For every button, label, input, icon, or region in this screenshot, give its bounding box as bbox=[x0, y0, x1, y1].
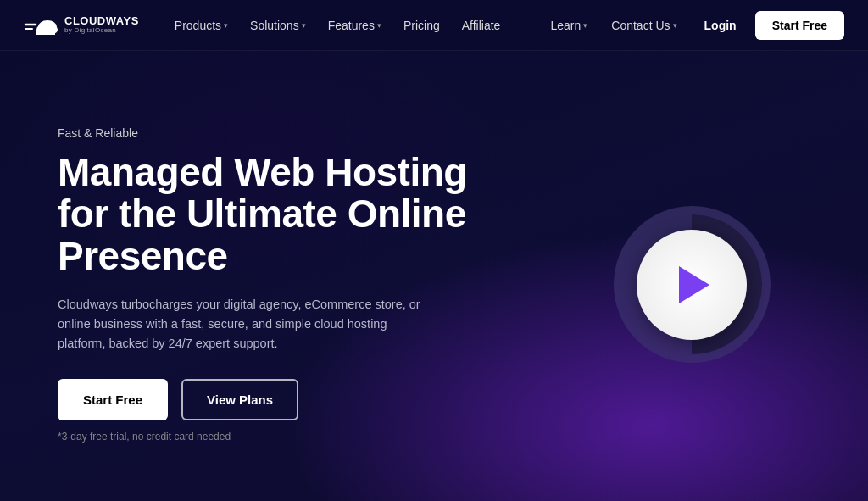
hero-buttons: Start Free View Plans bbox=[58, 379, 498, 420]
chevron-down-icon: ▾ bbox=[302, 21, 306, 30]
hero-content: Fast & Reliable Managed Web Hosting for … bbox=[58, 126, 498, 443]
video-inner-circle bbox=[637, 230, 747, 340]
nav-left: CLOUDWAYS by DigitalOcean Products ▾ Sol… bbox=[24, 13, 509, 38]
nav-item-pricing[interactable]: Pricing bbox=[395, 14, 448, 37]
logo-icon bbox=[24, 13, 58, 38]
logo-subtitle: by DigitalOcean bbox=[64, 27, 139, 35]
nav-item-solutions[interactable]: Solutions ▾ bbox=[242, 14, 314, 37]
chevron-down-icon: ▾ bbox=[673, 21, 677, 30]
hero-eyebrow: Fast & Reliable bbox=[58, 126, 498, 140]
chevron-down-icon: ▾ bbox=[377, 21, 381, 30]
nav-right: Learn ▾ Contact Us ▾ Login Start Free bbox=[542, 11, 844, 40]
svg-rect-5 bbox=[36, 30, 55, 35]
start-free-hero-button[interactable]: Start Free bbox=[58, 379, 168, 420]
logo-link[interactable]: CLOUDWAYS by DigitalOcean bbox=[24, 13, 139, 38]
chevron-down-icon: ▾ bbox=[224, 21, 228, 30]
navbar: CLOUDWAYS by DigitalOcean Products ▾ Sol… bbox=[0, 0, 868, 51]
nav-item-learn[interactable]: Learn ▾ bbox=[542, 14, 596, 37]
hero-description: Cloudways turbocharges your digital agen… bbox=[58, 295, 431, 354]
view-plans-button[interactable]: View Plans bbox=[181, 379, 298, 420]
video-outer-ring bbox=[614, 206, 771, 363]
logo-name: CLOUDWAYS bbox=[64, 15, 139, 27]
chevron-down-icon: ▾ bbox=[583, 21, 587, 30]
hero-heading: Managed Web Hosting for the Ultimate Onl… bbox=[58, 152, 498, 278]
nav-left-links: Products ▾ Solutions ▾ Features ▾ Pricin… bbox=[166, 14, 509, 37]
logo-text: CLOUDWAYS by DigitalOcean bbox=[64, 15, 139, 35]
nav-item-features[interactable]: Features ▾ bbox=[320, 14, 390, 37]
hero-disclaimer: *3-day free trial, no credit card needed bbox=[58, 431, 498, 443]
nav-item-products[interactable]: Products ▾ bbox=[166, 14, 236, 37]
nav-item-contact[interactable]: Contact Us ▾ bbox=[603, 14, 685, 37]
login-button[interactable]: Login bbox=[693, 14, 748, 37]
play-icon bbox=[679, 266, 709, 303]
video-play-button[interactable] bbox=[607, 200, 776, 370]
start-free-nav-button[interactable]: Start Free bbox=[755, 11, 844, 40]
hero-section: Fast & Reliable Managed Web Hosting for … bbox=[0, 51, 868, 501]
nav-item-affiliate[interactable]: Affiliate bbox=[453, 14, 509, 37]
